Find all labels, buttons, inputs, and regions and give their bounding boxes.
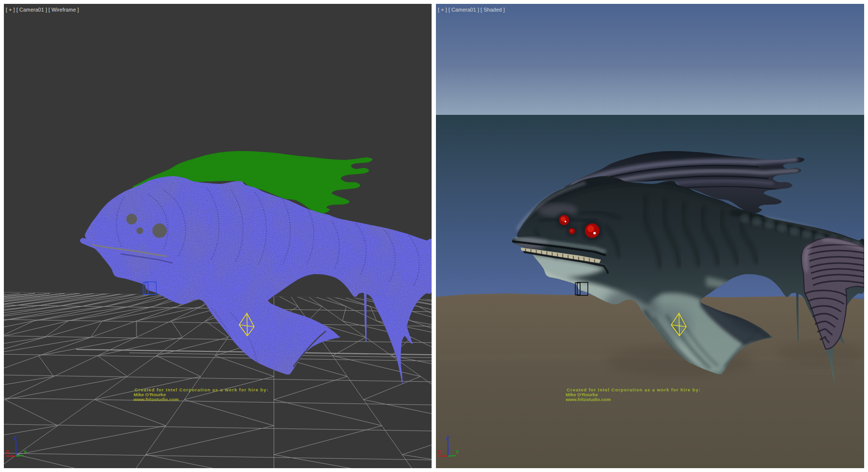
svg-text:X: X <box>6 450 9 455</box>
svg-text:Y: Y <box>456 450 459 455</box>
svg-text:[ + ] [ Camera01 ] [ Shaded ]: [ + ] [ Camera01 ] [ Shaded ] <box>438 7 505 13</box>
svg-text:Z: Z <box>446 436 449 441</box>
svg-text:Z: Z <box>14 436 17 441</box>
svg-text:[ + ] [ Camera01 ] [ Wireframe: [ + ] [ Camera01 ] [ Wireframe ] <box>6 7 79 13</box>
svg-text:Y: Y <box>24 450 27 455</box>
svg-text:www.fritzstudio.com: www.fritzstudio.com <box>133 397 178 402</box>
svg-text:X: X <box>438 450 441 455</box>
svg-text:www.fritzstudio.com: www.fritzstudio.com <box>565 397 610 402</box>
